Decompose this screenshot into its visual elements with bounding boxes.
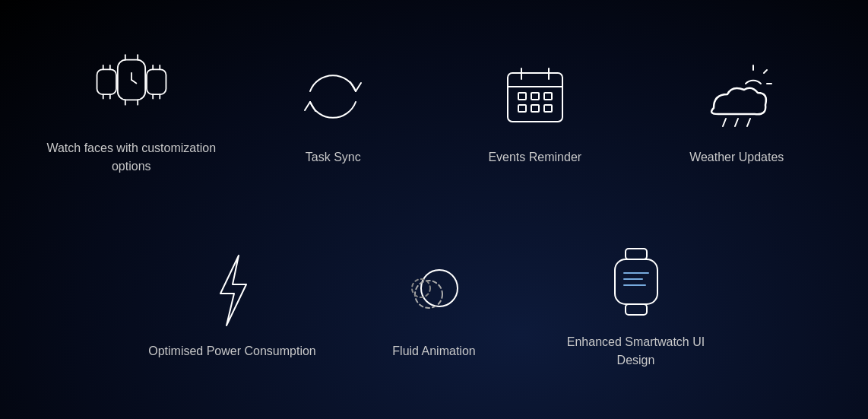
svg-rect-24 [518,105,526,112]
svg-rect-26 [544,105,552,112]
feature-weather-updates: Weather Updates [636,15,838,210]
feature-task-sync: Task Sync [233,15,435,210]
features-grid: Watch faces with customization options T… [0,0,868,419]
features-row2: Optimised Power Consumption Fluid Animat… [30,210,838,405]
feature-animation: Fluid Animation [333,210,535,405]
calendar-icon [497,59,573,135]
feature-power: Optimised Power Consumption [131,210,334,405]
svg-rect-38 [615,259,657,304]
svg-rect-17 [508,73,562,122]
svg-line-32 [747,119,750,126]
svg-rect-5 [147,70,166,95]
feature-watch-faces: Watch faces with customization options [30,15,233,210]
weather-icon [699,59,775,135]
animation-icon [396,252,472,329]
power-label: Optimised Power Consumption [148,342,316,360]
watch-faces-icon [93,49,169,125]
svg-rect-21 [518,93,526,100]
weather-updates-label: Weather Updates [689,148,784,167]
svg-point-33 [421,270,458,306]
task-sync-label: Task Sync [306,148,361,167]
watch-faces-label: Watch faces with customization options [46,139,217,176]
ui-design-label: Enhanced Smartwatch UI Design [550,333,722,370]
svg-rect-37 [626,304,647,315]
animation-label: Fluid Animation [392,342,475,360]
svg-line-28 [764,70,767,73]
svg-rect-36 [626,249,647,259]
events-reminder-label: Events Reminder [488,148,581,167]
svg-line-30 [723,119,726,126]
feature-events-reminder: Events Reminder [434,15,636,210]
svg-rect-22 [531,93,539,100]
svg-line-31 [735,119,738,126]
svg-rect-23 [544,93,552,100]
svg-rect-0 [97,70,116,95]
svg-rect-25 [531,105,539,112]
svg-line-16 [131,80,136,84]
sync-icon [295,59,371,135]
smartwatch-icon [598,243,674,319]
feature-ui-design: Enhanced Smartwatch UI Design [535,210,737,405]
bolt-icon [195,252,271,329]
